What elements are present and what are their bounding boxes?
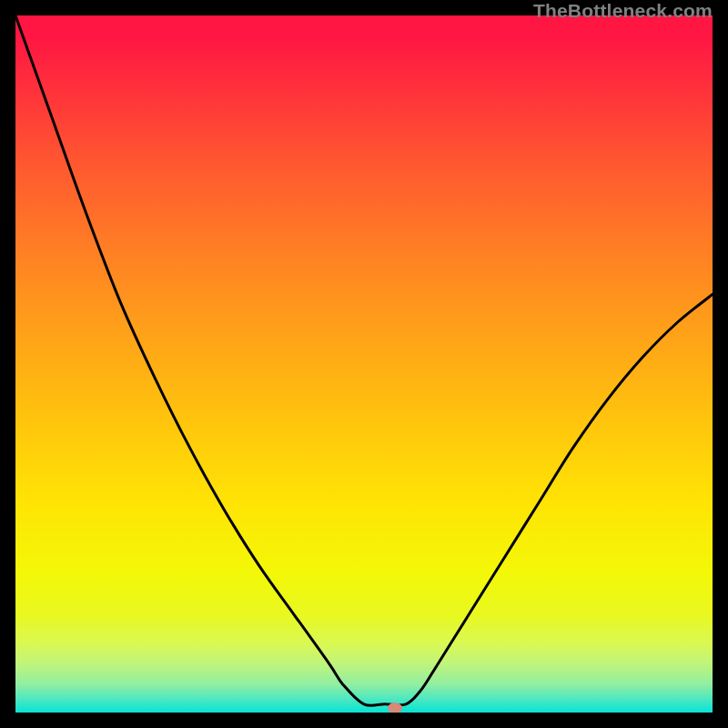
bottleneck-curve [15,15,713,713]
plot-area [15,15,713,713]
watermark-text: TheBottleneck.com [533,0,713,22]
chart-stage: TheBottleneck.com [0,0,728,728]
optimum-marker [388,703,402,713]
